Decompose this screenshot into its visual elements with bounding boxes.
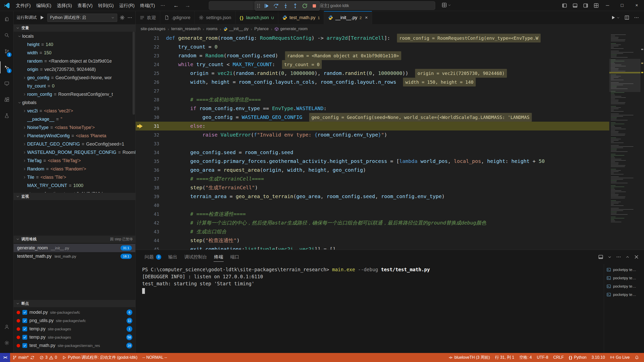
run-dropdown-icon[interactable] <box>617 16 620 19</box>
menu-goto[interactable]: 转到(G) <box>95 0 116 11</box>
code-editor[interactable]: 21def generate_room(room_config: RoomReq… <box>136 34 644 250</box>
activity-extensions[interactable] <box>0 92 13 108</box>
breakpoints-section-header[interactable]: 断点 <box>14 300 135 307</box>
activity-explorer[interactable] <box>0 11 13 27</box>
breakpoint-checkbox[interactable] <box>22 327 27 331</box>
code-line-38[interactable]: 38 step("生成TerrainCell") <box>136 183 609 192</box>
sidebar-scrollbar[interactable] <box>133 32 135 115</box>
breadcrumb-item[interactable]: rooms <box>206 27 217 31</box>
debug-more-icon[interactable] <box>127 15 132 20</box>
variable-row[interactable]: height=140 <box>14 40 135 49</box>
activity-accounts[interactable] <box>0 319 13 335</box>
variables-scope-globals[interactable]: globals <box>14 99 135 107</box>
menu-file[interactable]: 文件(F) <box>13 0 33 11</box>
status-notifications[interactable] <box>632 353 641 362</box>
variables-scope-locals[interactable]: locals <box>14 32 135 40</box>
breakpoint-row[interactable]: png_utils.pysite-packages\wfc11 <box>14 316 135 325</box>
activity-search[interactable] <box>0 27 13 43</box>
code-line-23[interactable]: 23 random = Random(room_config.seed)rand… <box>136 51 609 60</box>
code-line-42[interactable]: 42 # 计算每一个出口的中心，然后使用astar生成路径，确保每一个出口组合都… <box>136 218 609 227</box>
code-line-45[interactable]: 45 exit_combinations:list[tuple[vec2i, v… <box>136 245 609 250</box>
debug-continue-button[interactable] <box>262 2 271 10</box>
toggle-secondary-sidebar-icon[interactable] <box>583 3 588 8</box>
variable-row[interactable]: room_config=RoomRequestConfig(env_t <box>14 90 135 99</box>
terminal-output[interactable]: PS C:\computer_science\godot-ldtk\site-p… <box>136 264 604 353</box>
menu-view[interactable]: 查看(V) <box>75 0 95 11</box>
status-git-branch[interactable]: main* <box>10 353 37 362</box>
variable-row[interactable]: MAX_TRY_COUNT=1000 <box>14 182 135 190</box>
code-line-33[interactable]: 33 <box>136 139 609 148</box>
start-debugging-icon[interactable] <box>39 15 45 20</box>
debug-step-over-button[interactable] <box>271 2 280 10</box>
run-python-file-icon[interactable] <box>611 15 616 20</box>
breadcrumb-item[interactable]: __init__.py <box>223 27 249 31</box>
status-language-mode[interactable]: {}Python <box>566 353 589 362</box>
variable-row[interactable]: origin=vec2i(7205730, 9024468) <box>14 65 135 74</box>
remote-indicator[interactable]: >< <box>0 353 10 362</box>
minimap-slider[interactable] <box>609 59 640 92</box>
breakpoint-checkbox[interactable] <box>22 318 27 323</box>
debug-settings-gear-icon[interactable] <box>120 15 125 20</box>
variable-row[interactable]: random=<Random object at 0x1bf9d01e <box>14 57 135 65</box>
split-editor-icon[interactable] <box>624 15 629 20</box>
variable-row[interactable]: try_count=0 <box>14 82 135 90</box>
menu-edit[interactable]: 编辑(E) <box>33 0 54 11</box>
command-center[interactable]: [扩展开发宿主] godot-ldtk <box>209 1 435 10</box>
variable-row[interactable]: TileTag=<class 'TileTag'> <box>14 157 135 165</box>
status-indentation[interactable]: 空格: 4 <box>517 353 534 362</box>
variable-row[interactable]: Tile=<class 'Tile'> <box>14 173 135 182</box>
code-line-31[interactable]: 31 else: <box>136 122 609 130</box>
code-line-32[interactable]: 32 raise ValueError(f"Invalid env type: … <box>136 130 609 139</box>
debug-restart-button[interactable] <box>300 2 309 10</box>
variables-section-header[interactable]: 变量 <box>14 24 135 32</box>
panel-tab-debug-console[interactable]: 调试控制台 <box>181 250 211 264</box>
navigate-forward-icon[interactable]: → <box>185 2 190 9</box>
variable-row[interactable]: DEFAULT_GEO_CONFIG=GeoConfig(seed=1 <box>14 140 135 148</box>
code-line-36[interactable]: 36 geo_area = request_area(origin, width… <box>136 166 609 174</box>
terminal-instance[interactable]: pocketpy te… <box>604 274 644 282</box>
menu-run[interactable]: 运行(R) <box>116 0 137 11</box>
tab-launch-json[interactable]: {}launch.jsonU <box>235 11 278 24</box>
toggle-primary-sidebar-icon[interactable] <box>562 3 567 8</box>
panel-tab-ports[interactable]: 端口 <box>227 250 243 264</box>
status-debug-config[interactable]: Python 调试程序: 启动文件 (godot-ldtk) <box>60 353 140 362</box>
close-tab-icon[interactable]: × <box>365 15 368 20</box>
menu-more[interactable]: ··· <box>158 0 168 11</box>
activity-source-control[interactable]: 3 <box>0 43 13 59</box>
code-line-44[interactable]: 44 step("检查连通性") <box>136 236 609 245</box>
breakpoint-row[interactable]: model.pysite-packages\wfc6 <box>14 308 135 316</box>
panel-tab-output[interactable]: 输出 <box>165 250 181 264</box>
code-line-29[interactable]: 29 if room_config.env_type == EnvType.WA… <box>136 104 609 113</box>
breakpoint-checkbox[interactable] <box>22 310 27 315</box>
activity-remote-explorer[interactable] <box>0 75 13 92</box>
code-line-43[interactable]: 43 # 生成出口组合 <box>136 227 609 236</box>
variable-row[interactable]: vec2i=<class 'vec2i'> <box>14 107 135 115</box>
stack-frame[interactable]: generate_room__init__.py31:1 <box>14 244 135 252</box>
status-vim-mode[interactable]: -- NORMAL -- <box>140 353 170 362</box>
panel-tab-problems[interactable]: 问题3 <box>141 250 165 264</box>
terminal-instance[interactable]: pocketpy te… <box>604 265 644 274</box>
customize-layout-icon[interactable] <box>594 3 599 8</box>
menu-selection[interactable]: 选择(S) <box>54 0 75 11</box>
window-maximize-button[interactable]: □ <box>615 0 629 11</box>
panel-tab-terminal[interactable]: 终端 <box>211 250 227 264</box>
code-line-25[interactable]: 25 origin = vec2i(random.randint(0, 1000… <box>136 69 609 78</box>
breadcrumb-item[interactable]: terrain_research <box>171 27 201 31</box>
variable-row[interactable]: __package__='' <box>14 115 135 123</box>
code-line-39[interactable]: 39 terrain_area = geo_area_to_terrain(ge… <box>136 192 609 201</box>
watch-section-header[interactable]: 监视 <box>14 193 135 200</box>
code-line-35[interactable]: 35 geo_config.primary_forces.geothermal_… <box>136 157 609 166</box>
code-line-37[interactable]: 37 # ====生成TerrainCell==== <box>136 174 609 183</box>
stack-frame[interactable]: test/test_math.pytest_math.py16:1 <box>14 252 135 260</box>
tab-gdignore[interactable]: .gdignore <box>160 11 195 24</box>
code-line-27[interactable]: 27 <box>136 86 609 95</box>
code-line-22[interactable]: 22 try_count = 0 <box>136 42 609 51</box>
breadcrumb-item[interactable]: site-packages <box>141 27 166 31</box>
breadcrumb-item[interactable]: Pylance <box>254 27 269 31</box>
variable-row[interactable]: PlanetaryWindConfig=<class 'Planeta <box>14 132 135 140</box>
code-line-21[interactable]: 21def generate_room(room_config: RoomReq… <box>136 34 609 42</box>
activity-run-and-debug[interactable]: 1 <box>0 59 13 75</box>
window-close-button[interactable]: × <box>629 0 644 11</box>
variable-row[interactable]: Random=<class 'Random'> <box>14 165 135 173</box>
activity-settings[interactable] <box>0 335 13 351</box>
